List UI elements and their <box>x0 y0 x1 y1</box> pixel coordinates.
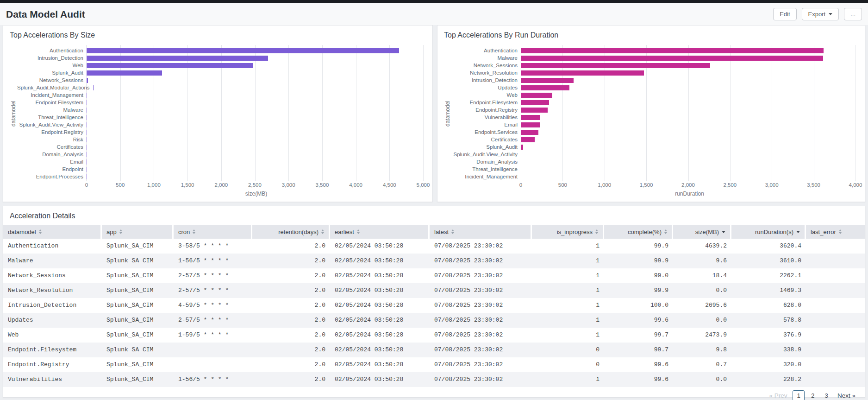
cell-last-error[interactable] <box>806 372 865 387</box>
cell-is-inprogress[interactable]: 0 <box>532 343 604 357</box>
cell-earliest[interactable]: 02/05/2024 03:50:28 <box>330 372 430 387</box>
bar-Network_Sessions[interactable] <box>87 78 88 83</box>
cell-datamodel[interactable]: Network_Resolution <box>3 283 102 298</box>
column-header-last-error[interactable]: last_error <box>806 225 865 239</box>
cell-complete[interactable]: 99.6 <box>604 372 673 387</box>
cell-cron[interactable]: 4-59/5 * * * * <box>174 298 252 313</box>
cell-size-mb[interactable]: 9.8 <box>673 343 731 357</box>
cell-size-mb[interactable]: 2695.6 <box>673 298 731 313</box>
cell-app[interactable]: Splunk_SA_CIM <box>102 283 174 298</box>
cell-latest[interactable]: 07/08/2025 23:30:02 <box>430 357 532 372</box>
bar-Endpoint[interactable] <box>87 167 87 172</box>
cell-datamodel[interactable]: Malware <box>3 254 102 268</box>
cell-app[interactable]: Splunk_SA_CIM <box>102 298 174 313</box>
cell-latest[interactable]: 07/08/2025 23:30:02 <box>430 283 532 298</box>
cell-retention-days[interactable]: 2.0 <box>252 328 330 343</box>
cell-runduration-s[interactable]: 320.0 <box>731 357 806 372</box>
cell-is-inprogress[interactable]: 1 <box>532 239 604 254</box>
cell-datamodel[interactable]: Endpoint.Registry <box>3 357 102 372</box>
cell-size-mb[interactable]: 18.4 <box>673 268 731 283</box>
cell-cron[interactable] <box>174 343 252 357</box>
column-header-size-mb[interactable]: size(MB) <box>673 225 731 239</box>
cell-earliest[interactable]: 02/05/2024 03:50:28 <box>330 328 430 343</box>
cell-runduration-s[interactable]: 628.0 <box>731 298 806 313</box>
cell-last-error[interactable] <box>806 298 865 313</box>
cell-is-inprogress[interactable]: 1 <box>532 283 604 298</box>
cell-app[interactable]: Splunk_SA_CIM <box>102 357 174 372</box>
bar-Authentication[interactable] <box>87 48 399 53</box>
bar-Email[interactable] <box>87 159 87 165</box>
cell-retention-days[interactable]: 2.0 <box>252 357 330 372</box>
cell-app[interactable]: Splunk_SA_CIM <box>102 328 174 343</box>
cell-size-mb[interactable]: 0.7 <box>673 357 731 372</box>
cell-earliest[interactable]: 02/05/2024 03:50:28 <box>330 357 430 372</box>
cell-datamodel[interactable]: Intrusion_Detection <box>3 298 102 313</box>
cell-retention-days[interactable]: 2.0 <box>252 298 330 313</box>
cell-runduration-s[interactable]: 3620.4 <box>731 239 806 254</box>
cell-is-inprogress[interactable]: 1 <box>532 254 604 268</box>
column-header-app[interactable]: app <box>102 225 174 239</box>
cell-is-inprogress[interactable]: 1 <box>532 298 604 313</box>
cell-complete[interactable]: 99.6 <box>604 313 673 328</box>
column-header-datamodel[interactable]: datamodel <box>3 225 102 239</box>
cell-app[interactable]: Splunk_SA_CIM <box>102 313 174 328</box>
cell-app[interactable]: Splunk_SA_CIM <box>102 372 174 387</box>
edit-button[interactable]: Edit <box>773 8 796 20</box>
cell-datamodel[interactable]: Updates <box>3 313 102 328</box>
cell-complete[interactable]: 99.6 <box>604 357 673 372</box>
cell-runduration-s[interactable]: 2262.1 <box>731 268 806 283</box>
bar-Splunk_Audit[interactable] <box>521 145 523 150</box>
cell-datamodel[interactable]: Web <box>3 328 102 343</box>
cell-is-inprogress[interactable]: 1 <box>532 268 604 283</box>
cell-retention-days[interactable]: 2.0 <box>252 343 330 357</box>
bar-Domain_Analysis[interactable] <box>87 152 87 157</box>
cell-app[interactable]: Splunk_SA_CIM <box>102 268 174 283</box>
bar-Endpoint.Filesystem[interactable] <box>87 100 87 105</box>
cell-is-inprogress[interactable]: 1 <box>532 372 604 387</box>
cell-cron[interactable]: 2-57/5 * * * * <box>174 313 252 328</box>
bar-Web[interactable] <box>87 63 253 68</box>
cell-earliest[interactable]: 02/05/2024 03:50:28 <box>330 283 430 298</box>
cell-size-mb[interactable]: 2473.9 <box>673 328 731 343</box>
cell-latest[interactable]: 07/08/2025 23:30:02 <box>430 298 532 313</box>
cell-datamodel[interactable]: Vulnerabilities <box>3 372 102 387</box>
bar-Email[interactable] <box>521 122 540 127</box>
bar-Endpoint.Registry[interactable] <box>521 108 548 113</box>
cell-last-error[interactable] <box>806 313 865 328</box>
bar-Updates[interactable] <box>521 85 569 90</box>
bar-Splunk_Audit.View_Activity[interactable] <box>521 152 521 157</box>
cell-cron[interactable]: 2-57/5 * * * * <box>174 283 252 298</box>
column-header-is-inprogress[interactable]: is_inprogress <box>532 225 604 239</box>
cell-size-mb[interactable]: 0.0 <box>673 372 731 387</box>
column-header-earliest[interactable]: earliest <box>330 225 430 239</box>
bar-Network_Sessions[interactable] <box>521 63 710 68</box>
cell-earliest[interactable]: 02/05/2024 03:50:28 <box>330 343 430 357</box>
prev-page-button[interactable]: « Prev <box>766 391 790 400</box>
cell-last-error[interactable] <box>806 343 865 357</box>
cell-size-mb[interactable]: 9.6 <box>673 254 731 268</box>
page-number-3[interactable]: 3 <box>821 391 832 400</box>
cell-cron[interactable]: 2-57/5 * * * * <box>174 268 252 283</box>
cell-cron[interactable] <box>174 357 252 372</box>
cell-is-inprogress[interactable]: 1 <box>532 313 604 328</box>
bar-Incident_Management[interactable] <box>87 93 87 98</box>
bar-Splunk_Audit[interactable] <box>87 70 162 76</box>
bar-Web[interactable] <box>521 93 552 98</box>
cell-retention-days[interactable]: 2.0 <box>252 254 330 268</box>
cell-datamodel[interactable]: Endpoint.Filesystem <box>3 343 102 357</box>
cell-complete[interactable]: 99.7 <box>604 328 673 343</box>
cell-runduration-s[interactable]: 376.9 <box>731 328 806 343</box>
cell-last-error[interactable] <box>806 254 865 268</box>
cell-complete[interactable]: 99.7 <box>604 343 673 357</box>
column-header-retention-days[interactable]: retention(days) <box>252 225 330 239</box>
cell-retention-days[interactable]: 2.0 <box>252 313 330 328</box>
cell-last-error[interactable] <box>806 268 865 283</box>
bar-Certificates[interactable] <box>521 137 535 142</box>
cell-runduration-s[interactable]: 3610.0 <box>731 254 806 268</box>
cell-cron[interactable]: 3-58/5 * * * * <box>174 239 252 254</box>
cell-last-error[interactable] <box>806 239 865 254</box>
bar-Authentication[interactable] <box>521 48 824 53</box>
cell-earliest[interactable]: 02/05/2024 03:50:28 <box>330 239 430 254</box>
cell-datamodel[interactable]: Authentication <box>3 239 102 254</box>
cell-runduration-s[interactable]: 1469.3 <box>731 283 806 298</box>
